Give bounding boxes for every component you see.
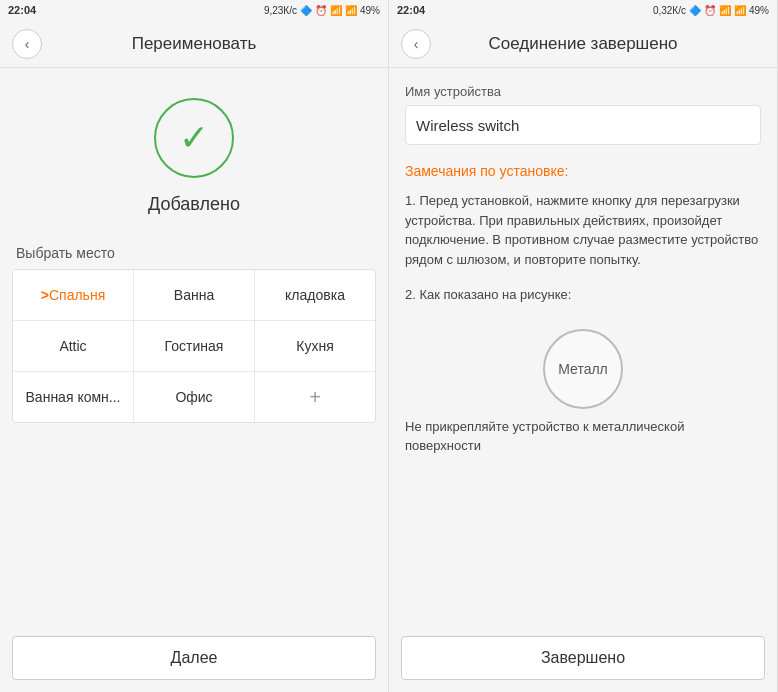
right-back-icon: ‹ <box>414 36 419 52</box>
battery-right: 49% <box>749 5 769 16</box>
signal-icon-right: 📶 <box>734 5 746 16</box>
left-spacer <box>0 423 388 624</box>
choose-place-label: Выбрать место <box>0 235 388 269</box>
done-button[interactable]: Завершено <box>401 636 765 680</box>
right-header: ‹ Соединение завершено <box>389 20 777 68</box>
metal-diagram: Металл Не прикрепляйте устройство к мета… <box>405 329 761 456</box>
next-button-label: Далее <box>171 649 218 667</box>
check-icon: ✓ <box>179 120 209 156</box>
data-speed-right: 0,32К/с <box>653 5 686 16</box>
right-status-bar: 22:04 0,32К/с 🔷 ⏰ 📶 📶 49% <box>389 0 777 20</box>
room-cell-kladovka[interactable]: кладовка <box>255 270 375 320</box>
right-panel: 22:04 0,32К/с 🔷 ⏰ 📶 📶 49% ‹ Соединение з… <box>389 0 778 692</box>
metal-label: Металл <box>558 361 608 377</box>
right-back-button[interactable]: ‹ <box>401 29 431 59</box>
right-spacer <box>405 472 761 625</box>
note-text-2: 2. Как показано на рисунке: <box>405 285 761 305</box>
room-label-vanna-komnata: Ванная комн... <box>26 389 121 405</box>
note-text-1: 1. Перед установкой, нажмите кнопку для … <box>405 191 761 269</box>
check-circle: ✓ <box>154 98 234 178</box>
left-status-bar: 22:04 9,23К/с 🔷 ⏰ 📶 📶 49% <box>0 0 388 20</box>
room-label-attic: Attic <box>59 338 86 354</box>
right-header-title: Соединение завершено <box>488 34 677 54</box>
installation-notes-title: Замечания по установке: <box>405 163 761 179</box>
add-room-icon: + <box>309 386 321 409</box>
left-time: 22:04 <box>8 4 36 16</box>
alarm-icon: ⏰ <box>315 5 327 16</box>
room-label-gostinaya: Гостиная <box>165 338 224 354</box>
room-cell-kuhnya[interactable]: Кухня <box>255 321 375 371</box>
room-cell-ofis[interactable]: Офис <box>134 372 255 422</box>
rooms-row-2: Attic Гостиная Кухня <box>13 321 375 372</box>
room-cell-attic[interactable]: Attic <box>13 321 134 371</box>
metal-circle: Металл <box>543 329 623 409</box>
device-name-input[interactable] <box>405 105 761 145</box>
left-panel: 22:04 9,23К/с 🔷 ⏰ 📶 📶 49% ‹ Переименоват… <box>0 0 389 692</box>
added-label: Добавлено <box>148 194 240 215</box>
done-button-label: Завершено <box>541 649 625 667</box>
left-header-title: Переименовать <box>132 34 257 54</box>
data-speed-left: 9,23К/с <box>264 5 297 16</box>
no-metal-text: Не прикрепляйте устройство к металлическ… <box>405 417 761 456</box>
room-label-kuhnya: Кухня <box>296 338 333 354</box>
room-label-spalna: Спальня <box>49 287 105 303</box>
right-content: Имя устройства Замечания по установке: 1… <box>389 68 777 624</box>
left-status-icons: 9,23К/с 🔷 ⏰ 📶 📶 49% <box>264 5 380 16</box>
room-label-vanna: Ванна <box>174 287 214 303</box>
rooms-grid: Спальня Ванна кладовка Attic Гостиная Ку… <box>12 269 376 423</box>
next-button[interactable]: Далее <box>12 636 376 680</box>
room-label-ofis: Офис <box>175 389 212 405</box>
room-cell-vanna[interactable]: Ванна <box>134 270 255 320</box>
bluetooth-icon: 🔷 <box>300 5 312 16</box>
room-cell-gostinaya[interactable]: Гостиная <box>134 321 255 371</box>
signal-icon: 📶 <box>345 5 357 16</box>
left-back-icon: ‹ <box>25 36 30 52</box>
right-time: 22:04 <box>397 4 425 16</box>
bluetooth-icon-right: 🔷 <box>689 5 701 16</box>
device-name-label: Имя устройства <box>405 84 761 99</box>
success-area: ✓ Добавлено <box>0 68 388 235</box>
rooms-row-1: Спальня Ванна кладовка <box>13 270 375 321</box>
alarm-icon-right: ⏰ <box>704 5 716 16</box>
right-status-icons: 0,32К/с 🔷 ⏰ 📶 📶 49% <box>653 5 769 16</box>
room-label-kladovka: кладовка <box>285 287 345 303</box>
wifi-icon: 📶 <box>330 5 342 16</box>
room-cell-spalna[interactable]: Спальня <box>13 270 134 320</box>
rooms-row-3: Ванная комн... Офис + <box>13 372 375 422</box>
room-cell-vanna-komnata[interactable]: Ванная комн... <box>13 372 134 422</box>
wifi-icon-right: 📶 <box>719 5 731 16</box>
left-header: ‹ Переименовать <box>0 20 388 68</box>
battery-left: 49% <box>360 5 380 16</box>
left-back-button[interactable]: ‹ <box>12 29 42 59</box>
room-cell-add[interactable]: + <box>255 372 375 422</box>
